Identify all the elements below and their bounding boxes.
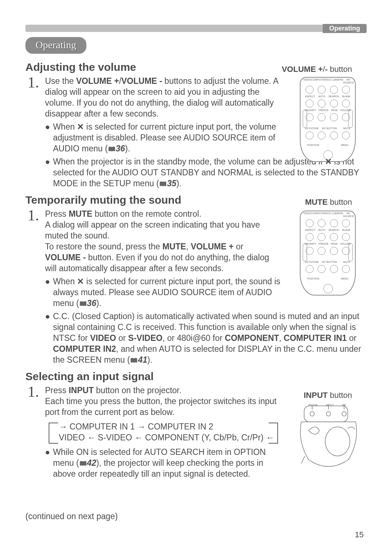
remote-button [318, 113, 326, 121]
remote-dpad [301, 281, 355, 296]
header-category: Operating [323, 24, 367, 33]
remote-button [318, 86, 326, 94]
remote-button [330, 131, 338, 139]
bullet-dot: ● [45, 311, 53, 365]
svg-rect-0 [304, 406, 348, 422]
bracket-left [49, 423, 58, 444]
chapter-pill: Operating [25, 37, 86, 54]
step-number: 1. [28, 208, 45, 274]
bracket-right [269, 423, 278, 444]
header-bar: Operating [25, 25, 367, 32]
mute-icon: ✕ [77, 121, 84, 132]
remote-button [342, 86, 350, 94]
continued-note: (continued on next page) [25, 512, 118, 521]
page-number: 15 [355, 530, 364, 539]
step-body: Press MUTE button on the remote control.… [45, 208, 277, 274]
mute-icon: ✕ [77, 276, 84, 287]
input-cycle-diagram: → COMPUTER IN 1 → COMPUTER IN 2 VIDEO ← … [59, 421, 277, 443]
mute-icon: ✕ [325, 156, 332, 167]
proj-label-byon: BY/ON [309, 403, 318, 407]
bullet-dot: ● [45, 447, 53, 479]
section-title-input: Selecting an input signal [25, 370, 367, 383]
figure-label-input: INPUT button [304, 391, 352, 400]
manual-icon [79, 299, 87, 305]
remote-button [306, 131, 314, 139]
figure-label-volume: VOLUME +/- button [282, 65, 352, 74]
manual-icon [108, 144, 116, 151]
mute-bullet-2: ● C.C. (Closed Caption) is automatically… [45, 311, 367, 365]
remote-rocker-right [348, 110, 353, 128]
manual-icon [79, 459, 87, 465]
remote-row-3: MAGNIFYFREEZEPAGEVOLUME [301, 108, 355, 122]
step-number: 1. [28, 385, 45, 417]
remote-button [318, 131, 326, 139]
step-body: Use the VOLUME +/VOLUME - buttons to adj… [45, 76, 285, 119]
remote-row-1: VIDEOCOMPUTERDOC.CAMERAMY SOURCE [301, 78, 355, 94]
remote-button [342, 99, 350, 107]
proj-label-nput: NPUT [326, 403, 334, 407]
page-content: Adjusting the volume VOLUME +/- button V… [25, 57, 367, 481]
remote-row-2: ASPECTAUTOSEARCHBLANK [301, 94, 355, 108]
remote-button [330, 99, 338, 107]
remote-button [318, 99, 326, 107]
remote-button [342, 131, 350, 139]
remote-row-4: KEYSTONEMY BUTTONMUTE [301, 126, 355, 140]
remote-illustration-volume: VIDEOCOMPUTERDOC.CAMERAMY SOURCE ASPECTA… [300, 77, 356, 162]
remote-rocker-left [303, 110, 307, 128]
bullet-dot: ● [45, 276, 53, 309]
bullet-dot: ● [45, 156, 53, 189]
remote-illustration-mute: VIDEOCOMPUTERDOC.CAMERAMY SOURCE ASPECTA… [300, 211, 356, 296]
remote-button [306, 86, 314, 94]
step-body: Press INPUT button on the projector. Eac… [45, 385, 277, 417]
step-number: 1. [28, 76, 45, 119]
figure-label-mute: MUTE button [305, 197, 352, 207]
bullet-dot: ● [45, 121, 53, 154]
remote-button [330, 113, 338, 121]
manual-icon [130, 355, 138, 362]
remote-button [330, 86, 338, 94]
projector-illustration: BY/ON NPUT ME [298, 402, 359, 471]
proj-label-me: ME [342, 403, 346, 407]
manual-page: Operating Operating Adjusting the volume… [0, 0, 392, 554]
manual-icon [159, 179, 167, 186]
remote-button [306, 99, 314, 107]
